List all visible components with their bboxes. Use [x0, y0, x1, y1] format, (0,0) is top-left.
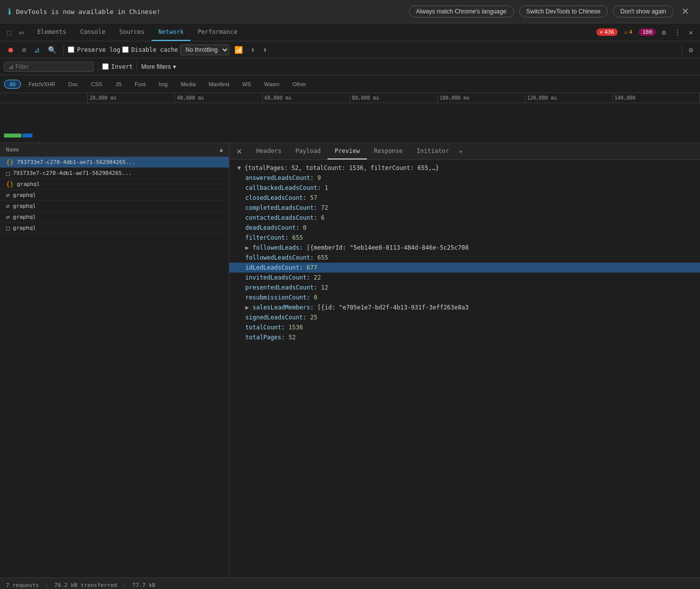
tab-preview[interactable]: Preview	[328, 143, 367, 159]
json-value: [{id: "e705e1e7-bd2f-4b13-931f-3eff263e8…	[318, 304, 469, 311]
table-row[interactable]: ⇄ graphql	[0, 212, 229, 223]
type-btn-manifest[interactable]: Manifest	[203, 80, 235, 89]
preserve-log-label[interactable]: Preserve log	[68, 46, 120, 53]
tab-headers[interactable]: Headers	[249, 143, 289, 159]
type-btn-ws[interactable]: WS	[237, 80, 257, 89]
expand-icon[interactable]: ▶	[245, 304, 249, 311]
inspect-icon[interactable]: ⬚	[4, 26, 14, 38]
type-btn-doc[interactable]: Doc	[63, 80, 84, 89]
json-line[interactable]: closedLeadsCount: 57	[229, 193, 700, 203]
search-icon[interactable]: 🔍	[45, 44, 59, 55]
close-preview-button[interactable]: ✕	[233, 147, 245, 155]
type-btn-img[interactable]: Img	[153, 80, 173, 89]
json-line[interactable]: totalPages: 52	[229, 332, 700, 342]
json-line-highlighted[interactable]: idLedLeadsCount: 677	[229, 263, 700, 273]
type-btn-css[interactable]: CSS	[86, 80, 108, 89]
table-row[interactable]: □ graphql	[0, 223, 229, 234]
clear-icon[interactable]: ⊘	[19, 44, 29, 55]
ruler-mark-4: 80,000 ms	[350, 93, 438, 103]
type-btn-media[interactable]: Media	[175, 80, 201, 89]
error-icon: ✕	[600, 29, 603, 35]
record-stop-icon[interactable]: ⏺	[4, 44, 17, 55]
type-btn-js[interactable]: JS	[110, 80, 127, 89]
json-root[interactable]: ▼ {totalPages: 52, totalCount: 1536, fil…	[229, 163, 700, 173]
json-key: presentedLeadsCount	[245, 284, 314, 291]
tab-initiator[interactable]: Initiator	[410, 143, 456, 159]
disable-cache-label[interactable]: Disable cache	[122, 46, 178, 53]
type-btn-all[interactable]: All	[4, 80, 21, 89]
json-line[interactable]: resubmissionCount: 0	[229, 293, 700, 302]
info-count: 100	[642, 29, 652, 35]
tab-response[interactable]: Response	[367, 143, 410, 159]
preview-tabs: ✕ Headers Payload Preview Response Initi…	[229, 143, 700, 160]
tab-sources[interactable]: Sources	[112, 23, 152, 41]
type-btn-wasm[interactable]: Wasm	[259, 80, 285, 89]
always-match-button[interactable]: Always match Chrome's language	[409, 5, 514, 17]
json-line[interactable]: ▶ followedLeads: [{memberId: "5eb14ee8-0…	[229, 243, 700, 253]
network-settings-icon[interactable]: ⚙	[686, 44, 696, 55]
json-key: invitedLeadsCount	[245, 274, 307, 281]
throttle-select[interactable]: No throttling Fast 3G Slow 3G	[180, 44, 229, 55]
graphql-icon: {}	[6, 158, 14, 166]
doc-icon: □	[6, 224, 10, 232]
net-list-header: Name ▲	[0, 143, 229, 157]
invert-label[interactable]: Invert	[102, 63, 133, 70]
upload-icon[interactable]: ⬆	[248, 44, 258, 55]
download-icon[interactable]: ⬇	[260, 44, 270, 55]
table-row[interactable]: □ 793733e7-c270-4db1-ae71-562984265...	[0, 168, 229, 179]
dont-show-again-button[interactable]: Don't show again	[613, 5, 674, 17]
chevron-down-icon: ▾	[173, 63, 176, 70]
table-row[interactable]: {} graphql	[0, 179, 229, 190]
resource-size: 77.7 kB	[132, 582, 155, 589]
json-line[interactable]: deadLeadsCount: 0	[229, 223, 700, 233]
table-row[interactable]: ⇄ graphql	[0, 190, 229, 201]
json-value: 52	[289, 334, 296, 341]
network-list: Name ▲ {} 793733e7-c270-4db1-ae71-562984…	[0, 143, 229, 578]
tab-performance[interactable]: Performance	[190, 23, 244, 41]
filter-icon[interactable]: ⊿	[31, 44, 43, 55]
json-value: [{memberId: "5eb14ee8-0113-484d-846e-5c2…	[307, 244, 469, 251]
type-btn-fetch-xhr[interactable]: Fetch/XHR	[23, 80, 61, 89]
type-btn-other[interactable]: Other	[287, 80, 312, 89]
json-root-text: {totalPages: 52, totalCount: 1536, filte…	[244, 164, 439, 171]
device-icon[interactable]: ▭	[16, 26, 26, 38]
filter-input[interactable]	[15, 63, 85, 70]
json-line[interactable]: totalCount: 1536	[229, 322, 700, 332]
more-filters-button[interactable]: More filters ▾	[141, 63, 175, 70]
more-options-icon[interactable]: ⋮	[671, 26, 684, 38]
timeline-bar-blue	[22, 134, 32, 138]
json-line[interactable]: filterCount: 655	[229, 233, 700, 243]
json-line[interactable]: completedLeadsCount: 72	[229, 203, 700, 213]
json-line[interactable]: ▶ salesLeadMembers: [{id: "e705e1e7-bd2f…	[229, 302, 700, 312]
table-row[interactable]: ⇄ graphql	[0, 201, 229, 212]
type-btn-font[interactable]: Font	[129, 80, 151, 89]
disable-cache-checkbox[interactable]	[122, 46, 129, 53]
expand-icon[interactable]: ▼	[237, 164, 241, 171]
close-notification-button[interactable]: ✕	[679, 5, 692, 18]
json-line[interactable]: invitedLeadsCount: 22	[229, 273, 700, 283]
close-devtools-icon[interactable]: ✕	[686, 26, 696, 38]
json-colon: :	[303, 314, 310, 321]
invert-checkbox[interactable]	[102, 63, 109, 70]
tab-payload[interactable]: Payload	[289, 143, 328, 159]
tab-elements[interactable]: Elements	[30, 23, 73, 41]
preview-more-icon[interactable]: »	[456, 148, 466, 155]
json-colon: :	[285, 234, 292, 241]
preserve-log-checkbox[interactable]	[68, 46, 74, 53]
tab-console[interactable]: Console	[73, 23, 113, 41]
json-line[interactable]: presentedLeadsCount: 12	[229, 283, 700, 293]
json-line[interactable]: answeredLeadsCount: 9	[229, 173, 700, 183]
json-line[interactable]: callbackedLeadsCount: 1	[229, 183, 700, 193]
json-line[interactable]: followedLeadsCount: 655	[229, 253, 700, 263]
expand-icon[interactable]: ▶	[245, 244, 249, 251]
table-row[interactable]: {} 793733e7-c270-4db1-ae71-562984265...	[0, 157, 229, 168]
json-line[interactable]: contactedLeadsCount: 6	[229, 213, 700, 223]
sort-icon[interactable]: ▲	[219, 147, 223, 153]
preview-content: ▼ {totalPages: 52, totalCount: 1536, fil…	[229, 160, 700, 578]
settings-gear-icon[interactable]: ⚙	[659, 26, 669, 38]
switch-devtools-button[interactable]: Switch DevTools to Chinese	[519, 5, 608, 17]
json-colon: :	[281, 334, 288, 341]
wifi-icon[interactable]: 📶	[231, 44, 246, 55]
json-line[interactable]: signedLeadsCount: 25	[229, 312, 700, 322]
tab-network[interactable]: Network	[152, 23, 191, 41]
